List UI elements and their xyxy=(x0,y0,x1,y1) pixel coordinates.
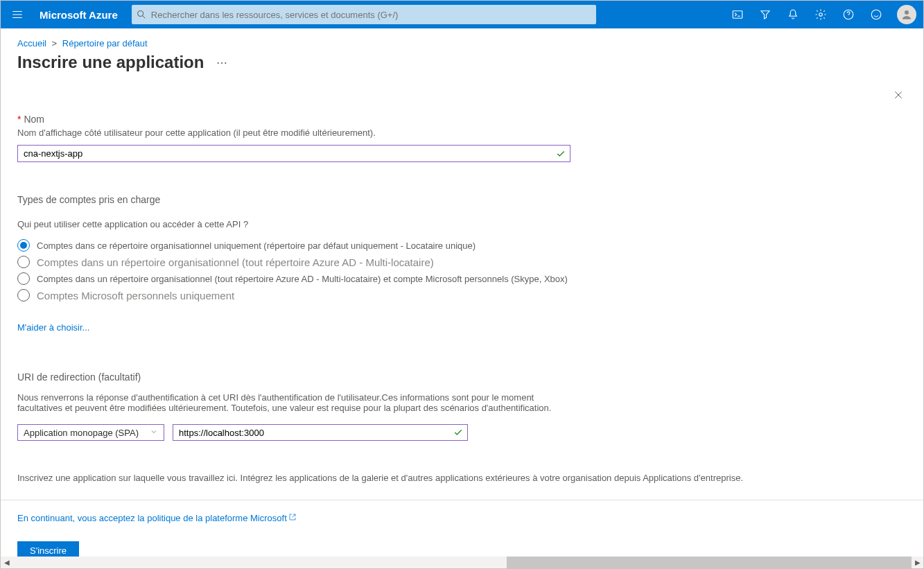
help-choose-link[interactable]: M'aider à choisir... xyxy=(17,322,89,333)
check-icon xyxy=(453,428,463,437)
account-types-heading: Types de comptes pris en charge xyxy=(17,194,747,205)
name-field-label: *Nom xyxy=(17,114,747,125)
menu-toggle[interactable] xyxy=(1,8,34,21)
redirect-platform-dropdown[interactable]: Application monopage (SPA) xyxy=(17,424,164,441)
top-bar: Microsoft Azure xyxy=(1,1,923,28)
account-types-question: Qui peut utiliser cette application ou a… xyxy=(17,219,747,229)
gallery-note: Inscrivez une application sur laquelle v… xyxy=(17,473,747,483)
radio-label: Comptes dans un répertoire organisationn… xyxy=(37,274,568,284)
check-icon xyxy=(556,149,566,159)
svg-rect-1 xyxy=(733,11,742,19)
svg-point-5 xyxy=(905,10,909,15)
required-indicator: * xyxy=(17,114,21,125)
radio-personal-only[interactable] xyxy=(17,289,30,301)
radio-label: Comptes Microsoft personnels uniquement xyxy=(37,290,234,301)
search-icon xyxy=(136,9,147,20)
more-actions-icon[interactable]: ⋯ xyxy=(216,56,228,69)
svg-point-0 xyxy=(137,11,143,17)
account-avatar[interactable] xyxy=(897,5,916,24)
consent-link[interactable]: En continuant, vous acceptez la politiqu… xyxy=(17,513,907,523)
cloud-shell-icon[interactable] xyxy=(724,1,751,28)
external-link-icon xyxy=(287,513,297,523)
search-input[interactable] xyxy=(151,10,592,20)
scroll-thumb[interactable] xyxy=(507,557,912,568)
chevron-down-icon xyxy=(150,428,158,438)
feedback-icon[interactable] xyxy=(862,1,890,28)
name-input-wrap[interactable] xyxy=(17,145,570,162)
redirect-uri-input[interactable] xyxy=(173,426,467,439)
radio-label: Comptes dans un répertoire organisationn… xyxy=(37,256,434,268)
breadcrumb-home[interactable]: Accueil xyxy=(17,38,46,49)
breadcrumb: Accueil > Répertoire par défaut xyxy=(1,28,923,53)
close-blade-button[interactable] xyxy=(893,89,904,103)
redirect-heading: URI de redirection (facultatif) xyxy=(17,371,747,383)
radio-multi-tenant[interactable] xyxy=(17,256,30,268)
page-title: Inscrire une application xyxy=(17,53,204,72)
horizontal-scrollbar[interactable]: ◀ ▶ xyxy=(1,557,923,568)
name-field-help: Nom d'affichage côté utilisateur pour ce… xyxy=(17,128,747,138)
redirect-uri-input-wrap[interactable] xyxy=(173,424,468,441)
register-button[interactable]: S'inscrire xyxy=(17,541,79,557)
notifications-icon[interactable] xyxy=(779,1,807,28)
svg-point-4 xyxy=(871,10,881,19)
account-types-radios: Comptes dans ce répertoire organisationn… xyxy=(17,239,747,301)
scroll-left-arrow[interactable]: ◀ xyxy=(1,559,12,566)
radio-label: Comptes dans ce répertoire organisationn… xyxy=(37,240,476,251)
global-search[interactable] xyxy=(132,5,596,24)
svg-point-2 xyxy=(819,13,823,17)
dropdown-value: Application monopage (SPA) xyxy=(24,428,139,438)
settings-icon[interactable] xyxy=(807,1,835,28)
radio-single-tenant[interactable] xyxy=(17,239,30,252)
help-icon[interactable] xyxy=(835,1,862,28)
scroll-right-arrow[interactable]: ▶ xyxy=(912,559,923,566)
name-input[interactable] xyxy=(18,146,570,161)
footer: En continuant, vous acceptez la politiqu… xyxy=(1,500,923,557)
directory-filter-icon[interactable] xyxy=(751,1,779,28)
redirect-help: Nous renverrons la réponse d'authentific… xyxy=(17,392,572,413)
radio-multi-tenant-personal[interactable] xyxy=(17,272,30,285)
content-area: Accueil > Répertoire par défaut Inscrire… xyxy=(1,28,923,557)
breadcrumb-directory[interactable]: Répertoire par défaut xyxy=(62,38,148,49)
brand-label[interactable]: Microsoft Azure xyxy=(34,9,129,21)
